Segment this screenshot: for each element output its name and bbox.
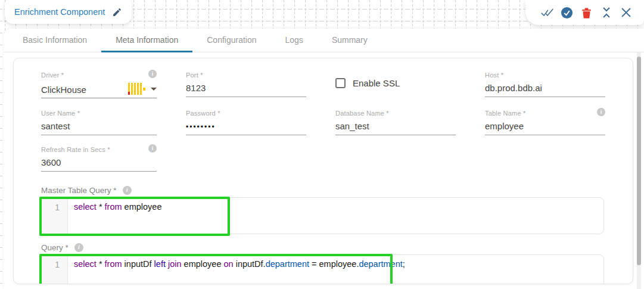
enrichment-component-dialog: Enrichment Component [0,0,644,289]
driver-dropdown-caret-icon[interactable] [151,88,157,91]
query-code[interactable]: select * from inputDf left join employee… [68,255,603,284]
password-field: Password * [186,110,306,135]
host-field: Host * [485,72,605,98]
line-number: 1 [42,198,68,234]
enable-ssl-label: Enable SSL [353,78,400,88]
collapse-vertical-icon[interactable] [596,4,616,21]
enable-ssl-checkbox[interactable] [335,78,346,88]
user-name-field: User Name * [41,110,157,135]
query-label-row: Query * i [41,243,605,252]
tab-basic-information[interactable]: Basic Information [8,28,101,52]
query-editor[interactable]: 1 select * from inputDf left join employ… [41,254,604,284]
component-action-toolbar [525,0,644,25]
edit-title-pencil-icon[interactable] [112,7,122,17]
database-name-field: Database Name * [335,110,456,135]
database-name-input[interactable] [335,121,456,135]
port-field: Port * [186,72,306,98]
tab-bar: Basic Information Meta Information Confi… [4,29,644,52]
tab-summary[interactable]: Summary [318,28,382,52]
host-input[interactable] [485,83,605,97]
driver-label: Driver * [41,72,157,79]
driver-value: ClickHouse [41,85,128,95]
master-table-query-code[interactable]: select * from employee [68,198,603,234]
refresh-rate-field: Refresh Rate in Secs * i [41,146,157,172]
delete-trash-icon[interactable] [577,4,596,21]
database-name-label: Database Name * [335,110,456,117]
driver-info-icon[interactable]: i [148,70,157,78]
line-number: 1 [42,255,68,284]
table-name-field: Table Name * i [485,110,605,135]
master-table-query-label-row: Master Table Query * i [41,186,605,195]
meta-information-panel: Basic Information Meta Information Confi… [4,29,644,289]
user-name-label: User Name * [41,110,157,117]
refresh-rate-label: Refresh Rate in Secs * [41,146,157,153]
table-name-input[interactable] [485,121,605,135]
vertical-scrollbar-thumb[interactable] [637,57,641,265]
refresh-rate-info-icon[interactable]: i [148,144,157,153]
meta-information-form-card: Driver * i ClickHouse Port * [13,58,633,284]
master-table-query-info-icon[interactable]: i [123,186,132,195]
driver-select[interactable]: ClickHouse [41,83,157,98]
tab-meta-information[interactable]: Meta Information [101,28,192,52]
master-table-query-editor[interactable]: 1 select * from employee [41,197,604,234]
port-input[interactable] [186,83,306,97]
close-icon[interactable] [616,4,636,21]
refresh-rate-input[interactable] [41,157,157,172]
component-title: Enrichment Component [14,7,105,17]
apply-check-circle-icon[interactable] [557,4,577,21]
password-input[interactable] [186,123,306,135]
tab-logs[interactable]: Logs [271,28,318,52]
port-label: Port * [186,72,306,79]
tab-configuration[interactable]: Configuration [192,28,270,52]
component-title-pill: Enrichment Component [5,0,132,24]
validate-all-icon[interactable] [537,4,557,21]
driver-field: Driver * i ClickHouse [41,72,157,98]
query-label: Query * [41,243,69,252]
clickhouse-logo-icon [128,83,145,95]
host-label: Host * [485,72,605,79]
master-table-query-label: Master Table Query * [41,186,117,195]
table-name-label: Table Name * [485,110,605,117]
password-label: Password * [186,110,306,117]
query-info-icon[interactable]: i [74,243,83,252]
table-name-info-icon[interactable]: i [597,108,605,116]
user-name-input[interactable] [41,121,157,135]
enable-ssl-field: Enable SSL [335,72,456,98]
